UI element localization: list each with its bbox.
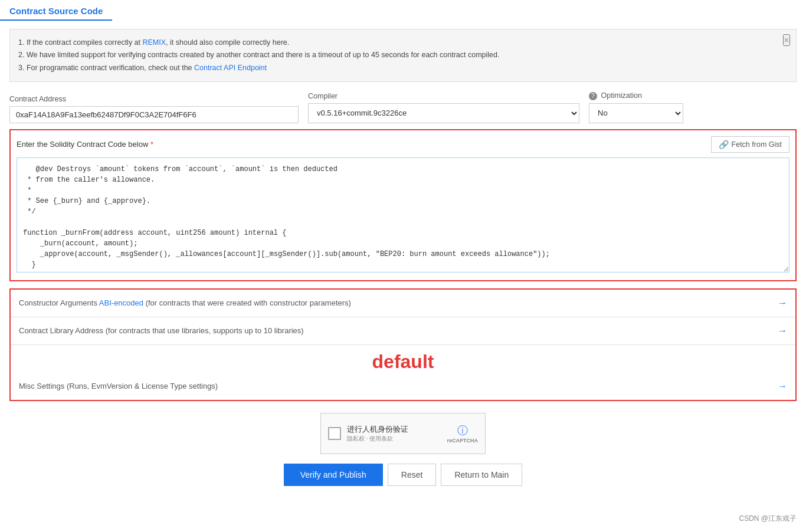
misc-arrow-icon: → [778,381,787,392]
captcha-box: 进行人机身份验证 隐私权 · 使用条款 ⓘ reCAPTCHA [320,413,486,454]
bottom-bar: Verify and Publish Reset Return to Main [0,464,806,486]
contract-code-textarea[interactable]: @dev Destroys `amount` tokens from `acco… [17,157,789,272]
library-address-label: Contract Library Address (for contracts … [19,326,304,335]
github-icon: 🔗 [719,140,729,149]
constructor-arguments-label: Constructor Arguments ABI-encoded (for c… [19,298,351,307]
info-close-button[interactable]: × [783,34,790,46]
contract-section-header: Enter the Solidity Contract Code below *… [17,136,789,153]
constructor-arrow-icon: → [778,298,787,308]
compiler-group: Compiler v0.5.16+commit.9c3226ce [308,92,579,123]
info-line3: 3. For programatic contract verification… [18,62,778,74]
verify-publish-button[interactable]: Verify and Publish [284,464,383,486]
misc-settings-section[interactable]: Misc Settings (Runs, EvmVersion & Licens… [11,373,795,400]
captcha-main-text: 进行人机身份验证 [347,424,408,435]
contract-section-title: Enter the Solidity Contract Code below * [17,140,153,149]
optimization-select[interactable]: No Yes [589,103,683,123]
captcha-left: 进行人机身份验证 隐私权 · 使用条款 [328,424,408,443]
misc-settings-label: Misc Settings (Runs, EvmVersion & Licens… [19,382,218,390]
fetch-gist-button[interactable]: 🔗 Fetch from Gist [711,136,789,153]
code-editor-wrap: @dev Destroys `amount` tokens from `acco… [17,157,789,274]
return-to-main-button[interactable]: Return to Main [441,464,522,486]
captcha-sub-text: 隐私权 · 使用条款 [347,435,408,443]
info-line1: 1. If the contract compiles correctly at… [18,37,778,49]
optimization-label: ? Optimization [589,91,683,100]
recaptcha-logo-icon: ⓘ [457,423,468,438]
form-row: Contract Address Compiler v0.5.16+commit… [9,91,797,123]
default-watermark: default [11,345,795,373]
constructor-arguments-section[interactable]: Constructor Arguments ABI-encoded (for c… [11,290,795,317]
library-arrow-icon: → [778,326,787,336]
contract-address-input[interactable] [9,106,299,123]
contract-address-group: Contract Address [9,95,299,123]
info-line2: 2. We have limited support for verifying… [18,49,778,61]
api-endpoint-link[interactable]: Contract API Endpoint [194,64,267,72]
contract-code-section: Enter the Solidity Contract Code below *… [9,129,797,281]
captcha-right: ⓘ reCAPTCHA [447,423,478,444]
captcha-text-block: 进行人机身份验证 隐私权 · 使用条款 [347,424,408,443]
reset-button[interactable]: Reset [388,464,437,486]
compiler-label: Compiler [308,92,579,100]
remix-link[interactable]: REMIX [143,38,166,47]
captcha-brand: reCAPTCHA [447,438,478,444]
library-address-section[interactable]: Contract Library Address (for contracts … [11,317,795,345]
page-title: Contract Source Code [9,6,103,16]
optimization-group: ? Optimization No Yes [589,91,683,123]
required-marker: * [150,140,153,149]
footer-credit: CSDN @江东戏子 [739,514,797,524]
info-box: × 1. If the contract compiles correctly … [9,29,797,82]
compiler-select[interactable]: v0.5.16+commit.9c3226ce [308,103,579,123]
collapsible-sections: Constructor Arguments ABI-encoded (for c… [9,288,797,401]
captcha-checkbox[interactable] [328,427,341,440]
abi-encoded-link[interactable]: ABI-encoded [99,298,143,307]
page-header: Contract Source Code [0,0,112,21]
optimization-help-icon[interactable]: ? [589,92,597,100]
contract-address-label: Contract Address [9,95,299,103]
captcha-area: 进行人机身份验证 隐私权 · 使用条款 ⓘ reCAPTCHA [0,413,806,454]
